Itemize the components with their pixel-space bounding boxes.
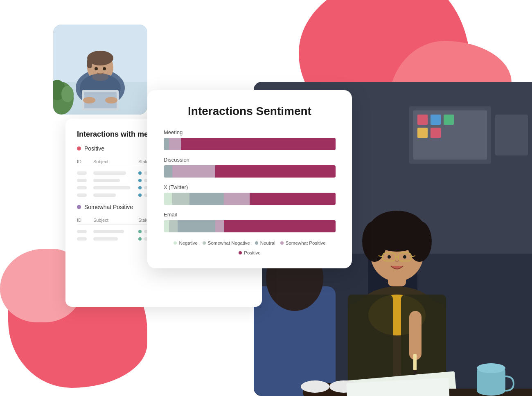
legend-label: Positive (244, 250, 260, 255)
bar-segment-positive (181, 138, 336, 150)
legend-label: Negative (179, 241, 197, 245)
bar-segment-somewhat_positive (172, 165, 215, 178)
svg-point-55 (477, 363, 505, 373)
legend-circle (280, 241, 284, 245)
svg-rect-21 (417, 115, 428, 125)
chart-category-label: X (Twitter) (164, 184, 336, 190)
legend-item-somewhat-positive: Somewhat Positive (280, 241, 326, 245)
bar-segment-positive (215, 165, 336, 178)
svg-point-61 (301, 380, 329, 393)
bar-segment-somewhat_negative (172, 193, 189, 205)
bar-segment-neutral (178, 220, 215, 232)
svg-point-13 (105, 97, 117, 104)
legend-circle (255, 241, 258, 245)
svg-rect-24 (417, 128, 428, 138)
chart-bar (164, 138, 336, 150)
bar-segment-neutral (164, 138, 169, 150)
bar-segment-positive (250, 193, 336, 205)
legend-circle (174, 241, 177, 245)
bar-segment-negative (164, 193, 172, 205)
chart-bar (164, 165, 336, 178)
bar-segment-somewhat_positive (169, 138, 181, 150)
svg-rect-22 (431, 115, 441, 125)
interactions-sentiment-card: Interactions Sentiment MeetingDiscussion… (147, 90, 352, 268)
svg-rect-23 (444, 115, 454, 125)
svg-rect-25 (431, 128, 441, 138)
svg-rect-49 (413, 354, 417, 370)
legend-circle (239, 251, 242, 254)
bar-segment-neutral (164, 165, 172, 178)
legend-item-neutral: Neutral (255, 241, 275, 245)
legend-label: Somewhat Negative (208, 241, 250, 245)
legend-item-positive: Positive (239, 250, 260, 255)
svg-point-12 (83, 97, 95, 104)
chart-legend: NegativeSomewhat NegativeNeutralSomewhat… (164, 241, 336, 255)
svg-rect-26 (495, 115, 528, 155)
somewhat-positive-dot (77, 205, 81, 209)
svg-point-47 (403, 255, 406, 259)
bar-segment-somewhat_positive (215, 220, 224, 232)
chart-category-x-(twitter): X (Twitter) (164, 184, 336, 205)
bar-segment-neutral (189, 193, 224, 205)
col-id: ID (77, 159, 89, 164)
bar-segment-negative (164, 220, 169, 232)
legend-label: Neutral (260, 241, 275, 245)
svg-point-4 (61, 86, 74, 102)
legend-circle (203, 241, 206, 245)
svg-rect-48 (409, 311, 422, 360)
svg-point-15 (103, 67, 106, 70)
chart-bar (164, 193, 336, 205)
bar-segment-positive (224, 220, 336, 232)
legend-item-somewhat-negative: Somewhat Negative (203, 241, 250, 245)
svg-point-14 (95, 67, 98, 70)
positive-dot (77, 146, 81, 151)
chart-category-discussion: Discussion (164, 157, 336, 178)
svg-point-46 (388, 255, 391, 259)
chart-category-label: Meeting (164, 129, 336, 135)
chart-category-label: Discussion (164, 157, 336, 163)
positive-label: Positive (84, 145, 104, 152)
chart-category-meeting: Meeting (164, 129, 336, 150)
svg-point-40 (383, 217, 411, 237)
sentiment-chart-container: MeetingDiscussionX (Twitter)Email (164, 129, 336, 232)
chart-category-email: Email (164, 212, 336, 232)
bar-segment-somewhat_negative (169, 220, 178, 232)
bar-segment-somewhat_positive (224, 193, 250, 205)
sentiment-card-title: Interactions Sentiment (164, 105, 336, 118)
col-subject-2: Subject (93, 218, 134, 223)
somewhat-positive-label: Somewhat Positive (84, 204, 133, 210)
col-id-2: ID (77, 218, 89, 223)
chart-category-label: Email (164, 212, 336, 218)
legend-label: Somewhat Positive (286, 241, 326, 245)
man-laptop-illustration (53, 25, 147, 115)
legend-item-negative: Negative (174, 241, 197, 245)
chart-bar (164, 220, 336, 232)
photo-man-laptop (53, 25, 147, 115)
svg-point-16 (92, 73, 108, 81)
col-subject: Subject (93, 159, 134, 164)
svg-rect-8 (87, 58, 92, 68)
